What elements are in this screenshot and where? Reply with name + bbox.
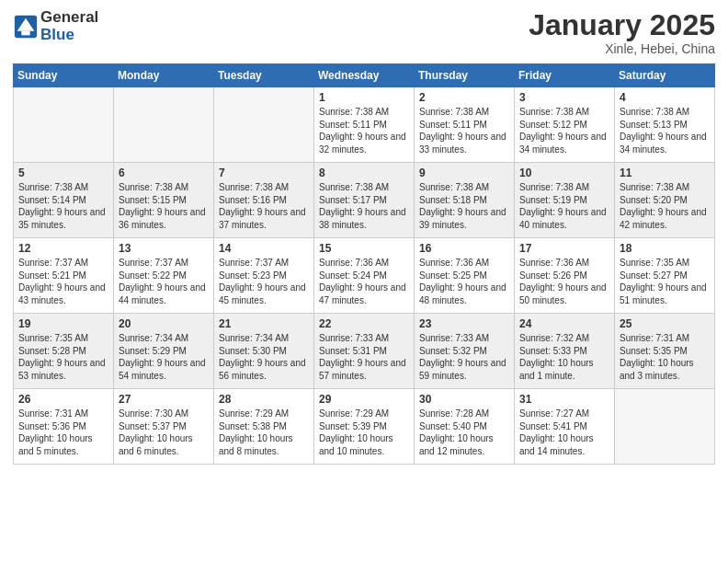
day-number: 5 <box>18 167 108 179</box>
header-thursday: Thursday <box>415 64 515 87</box>
header-saturday: Saturday <box>615 64 715 87</box>
cell-5-5: 30Sunrise: 7:28 AMSunset: 5:40 PMDayligh… <box>415 389 515 465</box>
day-number: 9 <box>419 167 509 179</box>
header-wednesday: Wednesday <box>314 64 415 87</box>
day-info: Sunrise: 7:35 AMSunset: 5:28 PMDaylight:… <box>18 332 108 382</box>
cell-5-7 <box>615 389 715 465</box>
day-number: 10 <box>519 167 609 179</box>
day-info: Sunrise: 7:36 AMSunset: 5:26 PMDaylight:… <box>519 257 609 306</box>
day-info: Sunrise: 7:38 AMSunset: 5:16 PMDaylight:… <box>219 181 309 231</box>
cell-4-1: 19Sunrise: 7:35 AMSunset: 5:28 PMDayligh… <box>14 314 114 389</box>
day-info: Sunrise: 7:29 AMSunset: 5:39 PMDaylight:… <box>319 408 409 457</box>
week-row-1: 1Sunrise: 7:38 AMSunset: 5:11 PMDaylight… <box>14 87 715 163</box>
day-info: Sunrise: 7:27 AMSunset: 5:41 PMDaylight:… <box>519 408 609 457</box>
day-info: Sunrise: 7:36 AMSunset: 5:24 PMDaylight:… <box>319 257 409 306</box>
day-number: 17 <box>519 242 609 255</box>
cell-3-1: 12Sunrise: 7:37 AMSunset: 5:21 PMDayligh… <box>14 238 114 314</box>
calendar-table: Sunday Monday Tuesday Wednesday Thursday… <box>13 63 715 465</box>
day-info: Sunrise: 7:31 AMSunset: 5:36 PMDaylight:… <box>18 408 108 457</box>
cell-3-4: 15Sunrise: 7:36 AMSunset: 5:24 PMDayligh… <box>314 238 415 314</box>
day-number: 24 <box>519 317 609 330</box>
cell-5-1: 26Sunrise: 7:31 AMSunset: 5:36 PMDayligh… <box>14 389 114 465</box>
cell-2-2: 6Sunrise: 7:38 AMSunset: 5:15 PMDaylight… <box>114 163 214 238</box>
day-info: Sunrise: 7:37 AMSunset: 5:22 PMDaylight:… <box>119 257 209 306</box>
day-number: 12 <box>18 242 108 255</box>
svg-rect-2 <box>21 30 29 35</box>
day-number: 3 <box>519 91 609 104</box>
day-info: Sunrise: 7:38 AMSunset: 5:11 PMDaylight:… <box>419 106 509 155</box>
cell-5-6: 31Sunrise: 7:27 AMSunset: 5:41 PMDayligh… <box>515 389 615 465</box>
logo-icon <box>13 14 39 40</box>
cell-2-7: 11Sunrise: 7:38 AMSunset: 5:20 PMDayligh… <box>615 163 715 238</box>
logo-text: General Blue <box>40 9 98 43</box>
day-info: Sunrise: 7:35 AMSunset: 5:27 PMDaylight:… <box>620 257 710 306</box>
day-number: 7 <box>219 167 309 179</box>
cell-2-4: 8Sunrise: 7:38 AMSunset: 5:17 PMDaylight… <box>314 163 415 238</box>
day-info: Sunrise: 7:33 AMSunset: 5:32 PMDaylight:… <box>419 332 509 382</box>
cell-3-3: 14Sunrise: 7:37 AMSunset: 5:23 PMDayligh… <box>214 238 314 314</box>
cell-3-5: 16Sunrise: 7:36 AMSunset: 5:25 PMDayligh… <box>415 238 515 314</box>
cell-4-6: 24Sunrise: 7:32 AMSunset: 5:33 PMDayligh… <box>515 314 615 389</box>
day-info: Sunrise: 7:33 AMSunset: 5:31 PMDaylight:… <box>319 332 409 382</box>
day-info: Sunrise: 7:28 AMSunset: 5:40 PMDaylight:… <box>419 408 509 457</box>
day-info: Sunrise: 7:34 AMSunset: 5:30 PMDaylight:… <box>219 332 309 382</box>
title-block: January 2025 Xinle, Hebei, China <box>529 9 715 56</box>
day-info: Sunrise: 7:37 AMSunset: 5:23 PMDaylight:… <box>219 257 309 306</box>
cell-1-3 <box>214 87 314 163</box>
day-info: Sunrise: 7:38 AMSunset: 5:11 PMDaylight:… <box>319 106 409 155</box>
cell-4-5: 23Sunrise: 7:33 AMSunset: 5:32 PMDayligh… <box>415 314 515 389</box>
day-number: 4 <box>620 91 710 104</box>
cell-3-2: 13Sunrise: 7:37 AMSunset: 5:22 PMDayligh… <box>114 238 214 314</box>
cell-3-6: 17Sunrise: 7:36 AMSunset: 5:26 PMDayligh… <box>515 238 615 314</box>
cell-2-5: 9Sunrise: 7:38 AMSunset: 5:18 PMDaylight… <box>415 163 515 238</box>
day-number: 2 <box>419 91 509 104</box>
day-number: 27 <box>119 393 209 406</box>
day-number: 16 <box>419 242 509 255</box>
day-info: Sunrise: 7:31 AMSunset: 5:35 PMDaylight:… <box>620 332 710 382</box>
day-info: Sunrise: 7:38 AMSunset: 5:15 PMDaylight:… <box>119 181 209 231</box>
cell-2-1: 5Sunrise: 7:38 AMSunset: 5:14 PMDaylight… <box>14 163 114 238</box>
cell-5-3: 28Sunrise: 7:29 AMSunset: 5:38 PMDayligh… <box>214 389 314 465</box>
day-info: Sunrise: 7:38 AMSunset: 5:13 PMDaylight:… <box>620 106 710 155</box>
day-info: Sunrise: 7:37 AMSunset: 5:21 PMDaylight:… <box>18 257 108 306</box>
day-info: Sunrise: 7:30 AMSunset: 5:37 PMDaylight:… <box>119 408 209 457</box>
day-info: Sunrise: 7:38 AMSunset: 5:17 PMDaylight:… <box>319 181 409 231</box>
cell-1-2 <box>114 87 214 163</box>
day-info: Sunrise: 7:29 AMSunset: 5:38 PMDaylight:… <box>219 408 309 457</box>
day-number: 15 <box>319 242 409 255</box>
logo-blue-text: Blue <box>40 27 98 44</box>
cell-1-7: 4Sunrise: 7:38 AMSunset: 5:13 PMDaylight… <box>615 87 715 163</box>
weekday-header-row: Sunday Monday Tuesday Wednesday Thursday… <box>14 64 715 87</box>
day-info: Sunrise: 7:38 AMSunset: 5:20 PMDaylight:… <box>620 181 710 231</box>
cell-1-6: 3Sunrise: 7:38 AMSunset: 5:12 PMDaylight… <box>515 87 615 163</box>
day-number: 25 <box>620 317 710 330</box>
header-sunday: Sunday <box>14 64 114 87</box>
header-tuesday: Tuesday <box>214 64 314 87</box>
header-monday: Monday <box>114 64 214 87</box>
day-number: 26 <box>18 393 108 406</box>
day-info: Sunrise: 7:38 AMSunset: 5:14 PMDaylight:… <box>18 181 108 231</box>
logo-general-text: General <box>40 9 98 27</box>
day-info: Sunrise: 7:32 AMSunset: 5:33 PMDaylight:… <box>519 332 609 382</box>
day-number: 8 <box>319 167 409 179</box>
cell-5-2: 27Sunrise: 7:30 AMSunset: 5:37 PMDayligh… <box>114 389 214 465</box>
day-number: 6 <box>119 167 209 179</box>
cell-1-1 <box>14 87 114 163</box>
week-row-2: 5Sunrise: 7:38 AMSunset: 5:14 PMDaylight… <box>14 163 715 238</box>
day-number: 29 <box>319 393 409 406</box>
week-row-3: 12Sunrise: 7:37 AMSunset: 5:21 PMDayligh… <box>14 238 715 314</box>
cell-4-2: 20Sunrise: 7:34 AMSunset: 5:29 PMDayligh… <box>114 314 214 389</box>
header: General Blue January 2025 Xinle, Hebei, … <box>13 9 715 56</box>
cell-4-3: 21Sunrise: 7:34 AMSunset: 5:30 PMDayligh… <box>214 314 314 389</box>
week-row-4: 19Sunrise: 7:35 AMSunset: 5:28 PMDayligh… <box>14 314 715 389</box>
day-info: Sunrise: 7:36 AMSunset: 5:25 PMDaylight:… <box>419 257 509 306</box>
day-number: 1 <box>319 91 409 104</box>
day-info: Sunrise: 7:38 AMSunset: 5:18 PMDaylight:… <box>419 181 509 231</box>
cell-3-7: 18Sunrise: 7:35 AMSunset: 5:27 PMDayligh… <box>615 238 715 314</box>
day-number: 28 <box>219 393 309 406</box>
cell-4-4: 22Sunrise: 7:33 AMSunset: 5:31 PMDayligh… <box>314 314 415 389</box>
month-title: January 2025 <box>529 9 715 41</box>
day-info: Sunrise: 7:38 AMSunset: 5:19 PMDaylight:… <box>519 181 609 231</box>
day-number: 19 <box>18 317 108 330</box>
header-friday: Friday <box>515 64 615 87</box>
